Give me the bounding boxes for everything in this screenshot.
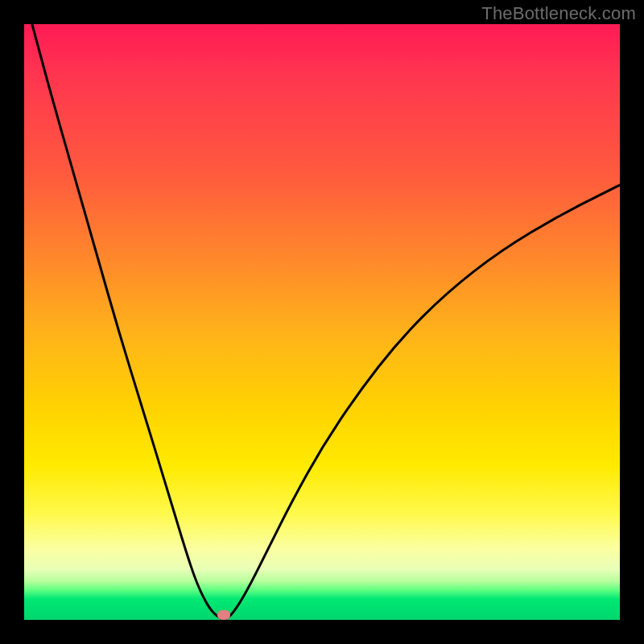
- watermark-text: TheBottleneck.com: [481, 3, 636, 24]
- minimum-marker-icon: [217, 610, 230, 620]
- chart-frame: TheBottleneck.com: [0, 0, 644, 644]
- bottleneck-curve: [24, 24, 620, 620]
- plot-area: [24, 24, 620, 620]
